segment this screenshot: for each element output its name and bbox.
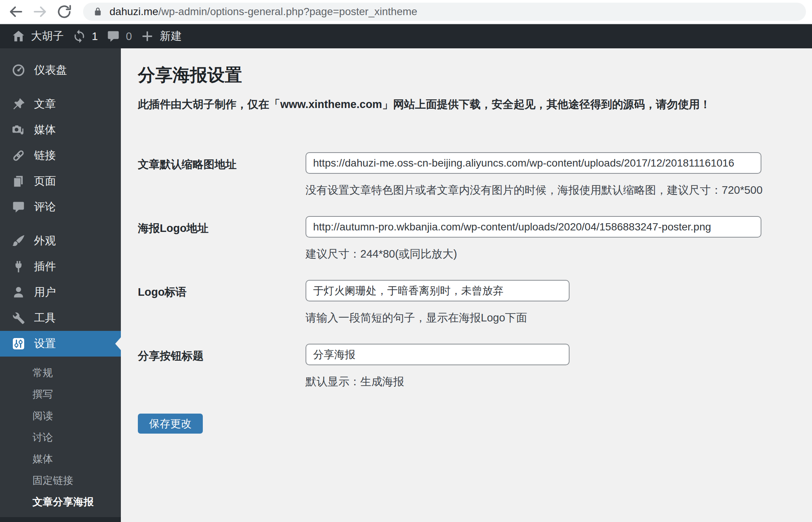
sidebar-item-label: 用户: [34, 285, 56, 300]
form-row-logo-slogan: Logo标语 请输入一段简短的句子，显示在海报Logo下面: [138, 280, 812, 324]
plugin-notice: 此插件由大胡子制作，仅在「www.xintheme.com」网站上面提供下载，安…: [138, 98, 812, 111]
settings-submenu: 常规 撰写 阅读 讨论 媒体 固定链接 文章分享海报: [0, 357, 121, 513]
admin-bar-comments[interactable]: 0: [106, 29, 132, 43]
users-icon: [11, 285, 26, 300]
pages-icon: [11, 174, 26, 188]
url-path: /wp-admin/options-general.php?page=poste…: [158, 6, 417, 17]
form-row-share-button-title: 分享按钮标题 默认显示：生成海报: [138, 344, 812, 388]
logo-url-input[interactable]: [306, 216, 761, 238]
comment-bubble-icon: [106, 29, 120, 43]
sidebar-item-label: 设置: [34, 336, 56, 351]
url-domain: dahuzi.me: [110, 6, 158, 17]
tools-wrench-icon: [11, 311, 26, 325]
field-help: 请输入一段简短的句子，显示在海报Logo下面: [306, 311, 570, 324]
links-chain-icon: [11, 148, 26, 163]
refresh-icon[interactable]: [56, 3, 73, 20]
media-icon: [11, 123, 26, 137]
sidebar-item-tools[interactable]: 工具: [0, 305, 121, 331]
sidebar-item-label: 评论: [34, 199, 56, 215]
field-help: 建议尺寸：244*80(或同比放大): [306, 247, 761, 260]
admin-bar-updates[interactable]: 1: [72, 29, 98, 43]
field-label: 文章默认缩略图地址: [138, 152, 306, 196]
dashboard-icon: [11, 63, 26, 77]
sidebar-item-plugins[interactable]: 插件: [0, 254, 121, 280]
field-label: Logo标语: [138, 280, 306, 324]
forward-icon[interactable]: [32, 3, 48, 20]
update-count: 1: [92, 30, 98, 43]
back-icon[interactable]: [8, 3, 24, 20]
page-title: 分享海报设置: [138, 65, 812, 85]
sidebar-item-label: 媒体: [34, 122, 56, 137]
sidebar-item-links[interactable]: 链接: [0, 143, 121, 168]
sidebar-item-label: 页面: [34, 174, 56, 189]
field-help: 默认显示：生成海报: [306, 375, 570, 388]
share-button-title-input[interactable]: [306, 344, 570, 365]
plugins-plug-icon: [11, 259, 26, 274]
url-text: dahuzi.me/wp-admin/options-general.php?p…: [110, 6, 417, 18]
sidebar-item-label: 插件: [34, 259, 56, 274]
sidebar-item-label: 外观: [34, 233, 56, 249]
sidebar-item-label: 仪表盘: [34, 63, 67, 78]
save-changes-button[interactable]: 保存更改: [138, 414, 203, 434]
field-label: 海报Logo地址: [138, 216, 306, 260]
admin-menu: 仪表盘 文章 媒体 链接 页面: [0, 48, 121, 522]
sidebar-item-users[interactable]: 用户: [0, 280, 121, 305]
form-row-thumbnail-url: 文章默认缩略图地址 没有设置文章特色图片或者文章内没有图片的时候，海报使用默认缩…: [138, 152, 812, 196]
sidebar-item-comments[interactable]: 评论: [0, 194, 121, 220]
comment-count: 0: [126, 30, 132, 43]
sidebar-item-label: 文章: [34, 97, 56, 112]
posts-pin-icon: [11, 97, 26, 111]
screenshot-root: dahuzi.me/wp-admin/options-general.php?p…: [0, 0, 812, 522]
admin-bar-site-menu[interactable]: 大胡子: [11, 29, 64, 44]
browser-toolbar: dahuzi.me/wp-admin/options-general.php?p…: [0, 0, 812, 24]
submenu-item-general[interactable]: 常规: [0, 362, 121, 383]
field-label: 分享按钮标题: [138, 344, 306, 388]
submenu-item-writing[interactable]: 撰写: [0, 383, 121, 405]
sidebar-item-settings[interactable]: 设置: [0, 331, 121, 357]
submenu-item-permalinks[interactable]: 固定链接: [0, 469, 121, 491]
sidebar-item-pages[interactable]: 页面: [0, 168, 121, 194]
sidebar-item-label: 链接: [34, 148, 56, 163]
wp-admin-bar: 大胡子 1 0 新建: [0, 24, 812, 48]
submenu-item-share-poster[interactable]: 文章分享海报: [0, 491, 121, 513]
logo-slogan-input[interactable]: [306, 280, 570, 301]
sidebar-bottom-divider: [0, 517, 121, 522]
submenu-item-reading[interactable]: 阅读: [0, 405, 121, 426]
sidebar-item-media[interactable]: 媒体: [0, 117, 121, 143]
submenu-item-discussion[interactable]: 讨论: [0, 426, 121, 448]
site-name: 大胡子: [31, 29, 64, 44]
sidebar-item-label: 工具: [34, 310, 56, 326]
field-help: 没有设置文章特色图片或者文章内没有图片的时候，海报使用默认缩略图，建议尺寸：72…: [306, 184, 763, 196]
updates-icon: [72, 29, 86, 43]
sidebar-item-appearance[interactable]: 外观: [0, 228, 121, 254]
new-label: 新建: [160, 29, 182, 44]
url-bar[interactable]: dahuzi.me/wp-admin/options-general.php?p…: [83, 3, 806, 21]
plus-icon: [140, 29, 154, 43]
appearance-brush-icon: [11, 234, 26, 248]
comments-icon: [11, 200, 26, 214]
home-icon: [11, 29, 26, 43]
submenu-item-media[interactable]: 媒体: [0, 448, 121, 469]
thumbnail-url-input[interactable]: [306, 152, 761, 174]
form-row-logo-url: 海报Logo地址 建议尺寸：244*80(或同比放大): [138, 216, 812, 260]
settings-page: 分享海报设置 此插件由大胡子制作，仅在「www.xintheme.com」网站上…: [121, 48, 812, 522]
sidebar-item-dashboard[interactable]: 仪表盘: [0, 57, 121, 83]
settings-sliders-icon: [11, 337, 26, 351]
sidebar-item-posts[interactable]: 文章: [0, 91, 121, 117]
admin-bar-new[interactable]: 新建: [140, 29, 182, 44]
lock-icon: [93, 7, 103, 17]
